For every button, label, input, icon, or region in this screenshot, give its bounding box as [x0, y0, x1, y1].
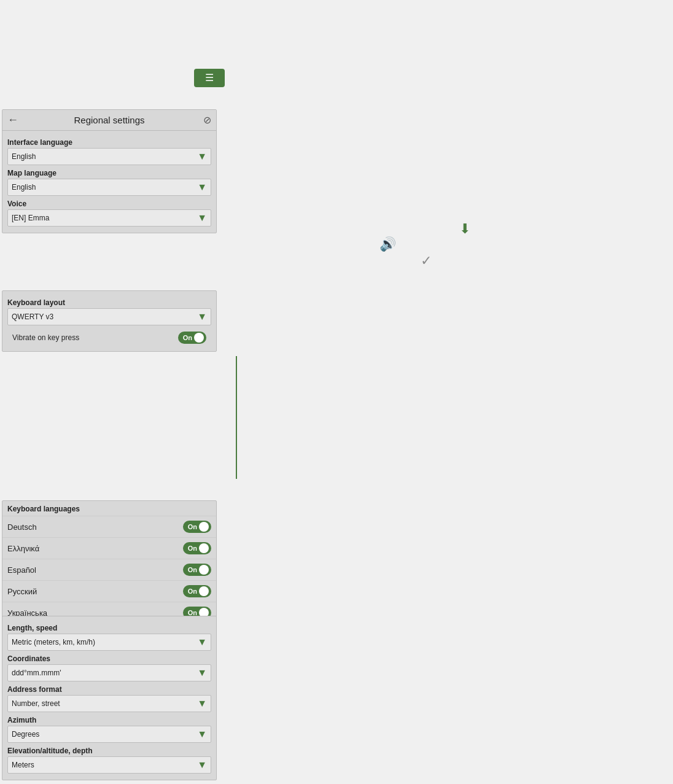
back-button[interactable]: ←: [7, 114, 18, 126]
keyboard-layout-value: QWERTY v3: [12, 312, 197, 321]
lang-toggle-circle-russian: [199, 586, 209, 596]
coordinates-value: ddd°mm.mmm': [12, 669, 197, 677]
lang-row-spanish: Español On: [2, 559, 216, 580]
lang-row-deutsch: Deutsch On: [2, 516, 216, 537]
coordinates-arrow: ▼: [197, 667, 207, 678]
vibrate-label: Vibrate on key press: [12, 333, 178, 342]
voice-arrow: ▼: [197, 212, 207, 223]
measurements-panel: Length, speed Metric (meters, km, km/h) …: [2, 616, 217, 780]
keyboard-languages-panel: Keyboard languages Deutsch On Ελληνικά O…: [2, 500, 217, 624]
lang-name-russian: Русский: [7, 587, 183, 596]
regional-settings-panel: ← Regional settings ⊘ Interface language…: [2, 109, 217, 233]
coordinates-dropdown[interactable]: ddd°mm.mmm' ▼: [7, 664, 211, 681]
sound-icon: 🔊: [379, 236, 396, 252]
lang-row-greek: Ελληνικά On: [2, 537, 216, 559]
map-language-dropdown[interactable]: English ▼: [7, 179, 211, 196]
vibrate-toggle-circle: [194, 333, 204, 343]
map-language-label: Map language: [7, 169, 211, 177]
vibrate-toggle[interactable]: On: [178, 332, 206, 344]
address-format-label: Address format: [7, 685, 211, 694]
keyboard-panel-body: Keyboard layout QWERTY v3 ▼ Vibrate on k…: [2, 291, 216, 351]
lang-toggle-greek[interactable]: On: [183, 542, 211, 554]
lang-name-spanish: Español: [7, 565, 183, 575]
keyboard-layout-arrow: ▼: [197, 311, 207, 322]
coordinates-label: Coordinates: [7, 654, 211, 663]
interface-language-arrow: ▼: [197, 151, 207, 162]
azimuth-arrow: ▼: [197, 729, 207, 740]
keyboard-layout-label: Keyboard layout: [7, 298, 211, 307]
keyboard-languages-title: Keyboard languages: [2, 501, 216, 516]
lang-toggle-russian[interactable]: On: [183, 585, 211, 597]
voice-dropdown[interactable]: [EN] Emma ▼: [7, 209, 211, 227]
azimuth-dropdown[interactable]: Degrees ▼: [7, 726, 211, 743]
checkmark-icon: ✓: [421, 253, 432, 269]
keyboard-layout-panel: Keyboard layout QWERTY v3 ▼ Vibrate on k…: [2, 290, 217, 352]
language-list: Deutsch On Ελληνικά On Español On Русски…: [2, 516, 216, 623]
elevation-value: Meters: [12, 761, 197, 769]
vibrate-toggle-row: Vibrate on key press On: [7, 328, 211, 347]
interface-language-value: English: [12, 152, 197, 161]
length-speed-dropdown[interactable]: Metric (meters, km, km/h) ▼: [7, 634, 211, 651]
lang-toggle-deutsch[interactable]: On: [183, 521, 211, 533]
vertical-divider: [236, 356, 237, 479]
lang-toggle-circle-spanish: [199, 565, 209, 575]
lang-toggle-text-greek: On: [188, 545, 197, 552]
voice-label: Voice: [7, 200, 211, 208]
voice-value: [EN] Emma: [12, 214, 197, 222]
azimuth-value: Degrees: [12, 730, 197, 739]
length-speed-value: Metric (meters, km, km/h): [12, 638, 197, 646]
interface-language-dropdown[interactable]: English ▼: [7, 148, 211, 165]
menu-button[interactable]: ☰: [194, 69, 225, 87]
address-format-arrow: ▼: [197, 698, 207, 709]
lang-row-russian: Русский On: [2, 580, 216, 602]
address-format-value: Number, street: [12, 699, 197, 708]
panel-title: Regional settings: [74, 115, 144, 125]
lang-toggle-circle-greek: [199, 543, 209, 553]
hamburger-icon: ☰: [205, 73, 214, 83]
length-speed-arrow: ▼: [197, 637, 207, 648]
map-language-arrow: ▼: [197, 182, 207, 193]
lang-name-deutsch: Deutsch: [7, 522, 183, 532]
lang-toggle-text-russian: On: [188, 588, 197, 595]
panel-header: ← Regional settings ⊘: [2, 110, 216, 131]
azimuth-label: Azimuth: [7, 716, 211, 724]
address-format-dropdown[interactable]: Number, street ▼: [7, 695, 211, 712]
length-speed-label: Length, speed: [7, 624, 211, 632]
measurements-panel-body: Length, speed Metric (meters, km, km/h) …: [2, 616, 216, 780]
interface-language-label: Interface language: [7, 138, 211, 147]
elevation-arrow: ▼: [197, 759, 207, 770]
map-language-value: English: [12, 183, 197, 192]
lang-toggle-text-spanish: On: [188, 566, 197, 573]
lang-toggle-circle-deutsch: [199, 522, 209, 532]
keyboard-layout-dropdown[interactable]: QWERTY v3 ▼: [7, 308, 211, 325]
download-icon: ⬇: [459, 221, 470, 237]
panel-body: Interface language English ▼ Map languag…: [2, 131, 216, 233]
elevation-label: Elevation/altitude, depth: [7, 747, 211, 755]
lang-name-greek: Ελληνικά: [7, 544, 183, 553]
lang-toggle-text-deutsch: On: [188, 523, 197, 530]
vibrate-toggle-text: On: [183, 334, 192, 341]
elevation-dropdown[interactable]: Meters ▼: [7, 756, 211, 774]
cancel-button[interactable]: ⊘: [203, 114, 211, 126]
lang-toggle-spanish[interactable]: On: [183, 564, 211, 576]
